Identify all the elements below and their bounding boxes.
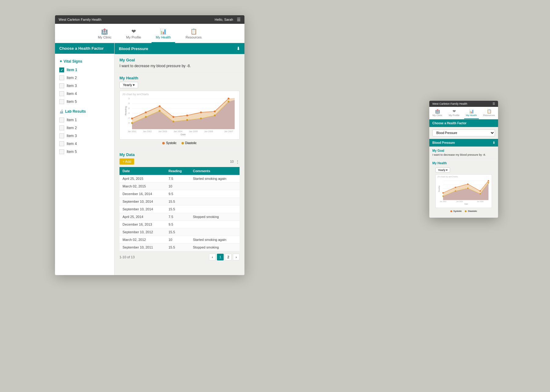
mobile-app-title: West Carleton Family Health [432,102,467,105]
mobile-tab-health[interactable]: 📊 My Health [464,108,479,119]
sidebar-item-vital-5[interactable]: Item 5 [59,98,110,106]
checkbox-vital-2[interactable] [59,75,64,80]
mobile-health-factor-select[interactable]: Blood Pressure [432,129,495,136]
lab-results-title: 🔬 Lab Results [59,109,110,114]
checkbox-lab-2[interactable] [59,125,64,130]
cell-date: December 16, 2013 [119,221,165,228]
mobile-chart-watermark: JS chart by amCharts [437,176,458,178]
titlebar: West Carleton Family Health Hello, Sarah… [55,15,244,24]
health-section: My Health Yearly ▾ JS chart by amCharts [115,72,244,149]
svg-point-49 [467,187,469,189]
sidebar-item-vital-3[interactable]: Item 3 [59,82,110,90]
download-icon[interactable]: ⬇ [237,46,240,51]
checkbox-lab-1[interactable] [59,118,64,122]
mobile-resources-icon: 📋 [487,109,492,114]
mobile-tab-resources[interactable]: 📋 Resources [481,108,497,119]
tab-profile[interactable]: ❤ My Profile [122,26,145,43]
svg-point-46 [488,180,489,182]
mobile-yearly-dropdown[interactable]: Yearly ▾ [435,168,450,172]
svg-point-11 [200,111,202,113]
cell-date: September 10, 2011 [119,244,165,251]
data-section: My Data + Add 10 ⋮ Date Reading Comments [115,149,244,265]
mobile-health-icon: 📊 [469,109,474,114]
svg-text:Reading: Reading [124,106,127,115]
content-area: Choose a Health Factor ✦ Vital Signs ✓ I… [55,43,244,275]
diastolic-dot [182,142,184,144]
settings-icon[interactable]: ⋮ [236,159,240,164]
tab-clinic[interactable]: 🏥 My Clinic [94,26,116,43]
diastolic-label: Diastolic [185,141,197,145]
mobile-goal-text: I want to decrease my blood pressure by … [432,153,495,156]
mobile-systolic-dot [450,210,452,212]
cell-comment [190,228,240,236]
checkbox-vital-5[interactable] [59,99,64,104]
yearly-dropdown[interactable]: Yearly ▾ [119,82,138,88]
table-row: September 10, 2011 15.5 Stopped smoking [119,244,240,251]
svg-point-44 [467,183,469,185]
mobile-health-section: My Health Yearly ▾ JS chart by amCharts [429,159,498,218]
sidebar-item-lab-1[interactable]: Item 1 [59,116,110,124]
mobile-goal-title: My Goal [432,149,495,152]
sidebar-item-vital-2[interactable]: Item 2 [59,74,110,82]
sidebar-item-lab-3[interactable]: Item 3 [59,132,110,140]
tab-resources[interactable]: 📋 Resources [181,26,206,43]
checkbox-lab-5[interactable] [59,149,64,154]
mobile-profile-icon: ❤ [453,109,456,114]
cell-reading: 9.5 [165,221,190,228]
mobile-legend-systolic: Systolic [450,210,462,212]
sidebar-item-lab-4[interactable]: Item 4 [59,140,110,148]
table-row: September 10, 2014 15.5 [119,205,240,213]
tab-health-label: My Health [156,35,171,39]
cell-comment [190,221,240,228]
mobile-systolic-label: Systolic [453,210,462,212]
mobile-health-title: My Health [432,162,495,165]
sidebar-item-lab-5[interactable]: Item 5 [59,148,110,156]
cell-comment [190,183,240,190]
checkbox-vital-1[interactable]: ✓ [59,67,64,72]
data-table: Date Reading Comments April 25, 2015 7.5… [119,167,240,251]
svg-point-12 [214,111,216,112]
svg-text:Date: Date [464,203,468,205]
mobile-download-icon[interactable]: ⬇ [493,141,495,144]
sidebar-item-lab-2[interactable]: Item 2 [59,124,110,132]
legend-systolic: Systolic [162,141,176,145]
mobile-tab-clinic[interactable]: 🏥 My Clinic [431,108,444,119]
mobile-health-label: My Health [466,114,477,117]
svg-point-21 [228,101,229,103]
svg-text:9: 9 [128,97,130,100]
svg-text:Jan 2004: Jan 2004 [456,201,463,202]
goal-text: I want to decrease my blood pressure by … [119,64,240,68]
checkbox-lab-4[interactable] [59,141,64,146]
svg-text:2: 2 [128,117,130,119]
goal-title: My Goal [119,58,240,62]
table-row: September 10, 2014 15.5 [119,198,240,205]
add-button[interactable]: + Add [119,158,134,165]
menu-icon[interactable]: ☰ [237,17,241,22]
mobile-clinic-icon: 🏥 [435,109,440,114]
sidebar-item-vital-4[interactable]: Item 4 [59,90,110,98]
tab-health[interactable]: 📊 My Health [152,26,175,43]
sidebar-item-vital-1[interactable]: ✓ Item 1 [59,66,110,74]
svg-point-18 [186,119,188,121]
svg-point-6 [131,118,133,119]
mobile-menu-icon[interactable]: ☰ [493,102,495,105]
sidebar-body: ✦ Vital Signs ✓ Item 1 Item 2 Item 3 [55,54,114,159]
cell-date: September 10, 2014 [119,205,165,213]
page-1-btn[interactable]: 1 [217,254,224,260]
cell-reading: 7.5 [165,175,190,183]
mobile-tab-profile[interactable]: ❤ My Profile [447,108,461,119]
mobile-panel-header: Blood Pressure ⬇ [429,139,498,147]
prev-page-btn[interactable]: ‹ [209,254,216,260]
checkbox-vital-3[interactable] [59,83,64,88]
data-header: + Add 10 ⋮ [119,158,240,165]
svg-text:Jan 2005: Jan 2005 [189,130,198,132]
cell-comment [190,198,240,205]
page-2-btn[interactable]: 2 [225,254,232,260]
table-row: December 16, 2014 9.5 [119,190,240,198]
checkbox-lab-3[interactable] [59,133,64,138]
checkbox-vital-4[interactable] [59,91,64,96]
cell-reading: 9.5 [165,190,190,198]
sidebar-header: Choose a Health Factor [55,43,114,54]
svg-point-17 [172,121,174,122]
next-page-btn[interactable]: › [233,254,240,260]
